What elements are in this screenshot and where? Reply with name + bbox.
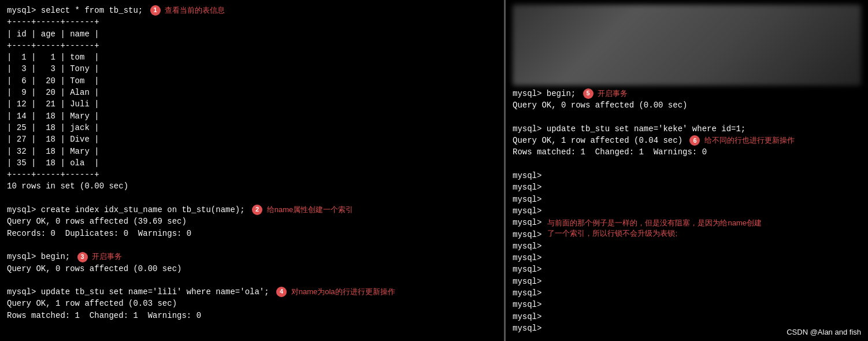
badge-2: 2 [252, 205, 262, 215]
blurred-top-image [513, 5, 861, 86]
table-row: | 14 | 18 | Mary | [7, 110, 497, 122]
badge-3: 3 [77, 252, 88, 262]
table-row: | 6 | 20 | Tom | [7, 75, 497, 87]
table-border-top2: +----+-----+------+ [7, 40, 497, 51]
annotation-3: 开启事务 [90, 252, 123, 261]
prompt-r11: mysql> [513, 287, 861, 299]
table-row: | 9 | 20 | Alan | [7, 87, 497, 98]
blank-r2 [513, 158, 861, 170]
annotation-6: 给不同的行也进行更新操作 [702, 136, 795, 144]
blank-r1 [513, 112, 861, 123]
update-result-text-right: Query OK, 1 row affected (0.04 sec) [513, 136, 687, 145]
badge-6: 6 [689, 135, 700, 146]
update-stats-right: Rows matched: 1 Changed: 1 Warnings: 0 [513, 146, 861, 158]
annotation-4: 对name为ola的行进行更新操作 [289, 287, 395, 296]
table-row: | 32 | 18 | Mary | [7, 146, 497, 157]
annotation-2: 给name属性创建一个索引 [265, 205, 353, 214]
prompt-r1: mysql> [513, 170, 861, 181]
begin-text-left: mysql> begin; [7, 252, 75, 261]
prompt-r8: mysql> [513, 252, 861, 264]
table-row: | 27 | 18 | Dive | [7, 134, 497, 145]
select-command-text: mysql> select * from tb_stu; [7, 6, 148, 15]
prompt-r12: mysql> [513, 299, 861, 310]
prompt-r7: mysql> [513, 240, 541, 252]
annotation-1: 查看当前的表信息 [163, 6, 225, 14]
prompt-r3: mysql> [513, 194, 861, 205]
table-row: | 35 | 18 | ola | [7, 157, 497, 169]
table-border-bottom: +----+-----+------+ [7, 169, 497, 180]
prompt-r4: mysql> [513, 205, 861, 217]
blank-1 [7, 192, 497, 204]
badge-1: 1 [150, 5, 161, 16]
left-content: mysql> select * from tb_stu; 1 查看当前的表信息 … [7, 5, 497, 321]
annotation-5: 开启事务 [596, 89, 628, 98]
watermark: CSDN @Alan and fish [787, 328, 861, 336]
right-terminal: mysql> begin; 5 开启事务 Query OK, 0 rows af… [506, 0, 868, 341]
create-index-result: Query OK, 0 rows affected (39.69 sec) [7, 216, 497, 227]
table-row: | 3 | 3 | Tony | [7, 63, 497, 75]
blank-3 [7, 275, 497, 286]
badge-5: 5 [583, 88, 593, 99]
begin-result-left: Query OK, 0 rows affected (0.00 sec) [7, 263, 497, 275]
create-index-text: mysql> create index idx_stu_name on tb_s… [7, 205, 250, 214]
left-terminal: mysql> select * from tb_stu; 1 查看当前的表信息 … [0, 0, 506, 341]
begin-command-left: mysql> begin; 3 开启事务 [7, 251, 497, 262]
table-border-top1: +----+-----+------+ [7, 16, 497, 28]
table-row: | 12 | 21 | Juli | [7, 98, 497, 110]
prompt-r5: mysql> [513, 217, 541, 228]
table-row: | 1 | 1 | tom | [7, 51, 497, 63]
update-command-left: mysql> update tb_stu set name='lili' whe… [7, 286, 497, 298]
prompt-r2: mysql> [513, 181, 861, 193]
select-command-line: mysql> select * from tb_stu; 1 查看当前的表信息 [7, 5, 497, 16]
begin-text-right: mysql> begin; [513, 89, 581, 98]
update-text-left: mysql> update tb_stu set name='lili' whe… [7, 287, 274, 296]
update-stats-left: Rows matched: 1 Changed: 1 Warnings: 0 [7, 310, 497, 321]
prompt-r13: mysql> [513, 311, 861, 323]
blank-2 [7, 239, 497, 251]
create-index-line: mysql> create index idx_stu_name on tb_s… [7, 204, 497, 216]
update-command-right: mysql> update tb_stu set name='keke' whe… [513, 123, 861, 135]
begin-command-right: mysql> begin; 5 开启事务 [513, 88, 861, 99]
prompt-r6: mysql> [513, 229, 541, 240]
row-count: 10 rows in set (0.00 sec) [7, 180, 497, 192]
update-result-right: Query OK, 1 row affected (0.04 sec) 6 给不… [513, 135, 861, 146]
prompt-r10: mysql> [513, 276, 861, 287]
table-header: | id | age | name | [7, 28, 497, 40]
badge-4: 4 [276, 287, 287, 297]
prompt-r9: mysql> [513, 264, 861, 275]
comment-text: 与前面的那个例子是一样的，但是没有阻塞，是因为给name创建了一个索引，所以行锁… [547, 218, 762, 238]
table-row: | 25 | 18 | jack | [7, 122, 497, 134]
update-result-left: Query OK, 1 row affected (0.03 sec) [7, 298, 497, 309]
begin-result-right: Query OK, 0 rows affected (0.00 sec) [513, 99, 861, 111]
create-index-stats: Records: 0 Duplicates: 0 Warnings: 0 [7, 228, 497, 239]
